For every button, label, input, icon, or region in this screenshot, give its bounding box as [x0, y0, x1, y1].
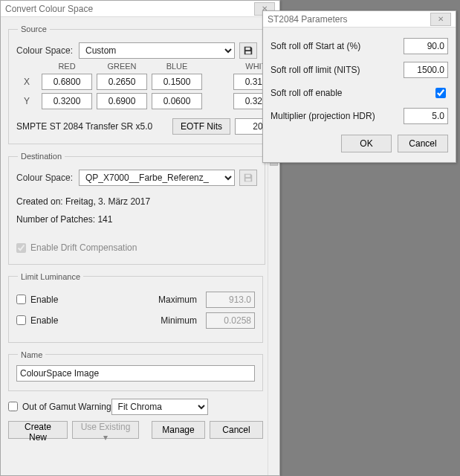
multiplier-input[interactable] [404, 108, 448, 124]
source-colourspace-label: Colour Space: [16, 45, 79, 56]
source-group: Source Colour Space: Custom RED GREEN BL… [8, 25, 292, 144]
main-titlebar[interactable]: Convert Colour Space ✕ [1, 1, 279, 17]
name-group: Name [8, 350, 263, 391]
soft-enable-label: Soft roll off enable [271, 88, 433, 98]
main-title: Convert Colour Space [5, 4, 93, 14]
soft-limit-label: Soft roll off limit (NITS) [271, 65, 404, 75]
lum-max-enable-label: Enable [30, 295, 58, 305]
limit-luminance-legend: Limit Luminance [18, 272, 83, 281]
soft-start-label: Soft roll off Start at (%) [271, 41, 404, 51]
limit-luminance-group: Limit Luminance Enable Maximum Enable Mi… [8, 272, 263, 343]
ok-button[interactable]: OK [341, 135, 392, 152]
lum-max-enable-checkbox[interactable] [16, 295, 26, 304]
params-titlebar[interactable]: ST2084 Parameters ✕ [263, 11, 456, 28]
save-icon [243, 45, 253, 56]
lum-min-label: Minimum [161, 315, 197, 326]
transfer-text: SMPTE ST 2084 Transfer SR x5.0 [16, 121, 152, 132]
dest-colourspace-label: Colour Space: [16, 173, 79, 183]
destination-legend: Destination [18, 152, 65, 161]
destination-group: Destination Colour Space: QP_X7000__Farb… [8, 152, 265, 265]
params-title: ST2084 Parameters [268, 14, 347, 25]
y-blue-input[interactable] [152, 93, 202, 109]
soft-start-input[interactable] [404, 38, 448, 54]
dest-colourspace-select[interactable]: QP_X7000__Farbe_Referenz__Gam [79, 170, 235, 186]
gamut-warning-row[interactable]: Out of Gamut Warning [8, 402, 111, 412]
lum-min-enable-row[interactable]: Enable [16, 315, 58, 326]
gamut-fit-select[interactable]: Fit Chroma [111, 399, 208, 415]
row-y-label: Y [16, 96, 37, 106]
created-on-text: Created on: Freitag, 3. März 2017 [16, 196, 257, 207]
create-new-button[interactable]: Create New [8, 421, 68, 439]
chevron-down-icon: ▾ [103, 432, 108, 443]
lum-max-input [206, 292, 255, 308]
use-existing-button: Use Existing ▾ [72, 421, 139, 439]
x-blue-input[interactable] [152, 74, 202, 90]
col-green: GREEN [97, 62, 147, 71]
col-red: RED [42, 62, 92, 71]
drift-comp-row: Enable Drift Compensation [16, 242, 137, 253]
gamut-warning-label: Out of Gamut Warning [22, 402, 111, 412]
cancel-button[interactable]: Cancel [210, 421, 263, 439]
patches-text: Number of Patches: 141 [16, 214, 257, 225]
manage-button[interactable]: Manage [152, 421, 205, 439]
name-legend: Name [18, 350, 45, 359]
eotf-nits-button[interactable]: EOTF Nits [172, 118, 230, 135]
lum-min-enable-label: Enable [30, 315, 58, 326]
drift-comp-checkbox [16, 243, 26, 253]
lum-max-label: Maximum [158, 295, 197, 305]
x-red-input[interactable] [42, 74, 92, 90]
source-colourspace-select[interactable]: Custom [79, 42, 235, 59]
soft-enable-checkbox[interactable] [435, 88, 446, 98]
col-blue: BLUE [152, 62, 202, 71]
close-icon[interactable]: ✕ [430, 13, 451, 26]
lum-min-enable-checkbox[interactable] [16, 315, 26, 325]
save-icon [243, 173, 253, 183]
soft-limit-input[interactable] [404, 62, 448, 78]
x-green-input[interactable] [97, 74, 147, 90]
row-x-label: X [16, 77, 37, 87]
dest-save-button [239, 170, 257, 186]
name-input[interactable] [16, 365, 255, 382]
drift-comp-label: Enable Drift Compensation [30, 242, 137, 253]
multiplier-label: Multiplier (projection HDR) [271, 111, 404, 121]
y-green-input[interactable] [97, 93, 147, 109]
lum-min-input [206, 312, 255, 329]
params-cancel-button[interactable]: Cancel [398, 135, 448, 152]
y-red-input[interactable] [42, 93, 92, 109]
save-button[interactable] [239, 42, 257, 59]
source-legend: Source [18, 25, 50, 33]
lum-max-enable-row[interactable]: Enable [16, 295, 58, 305]
gamut-warning-checkbox[interactable] [8, 402, 18, 411]
